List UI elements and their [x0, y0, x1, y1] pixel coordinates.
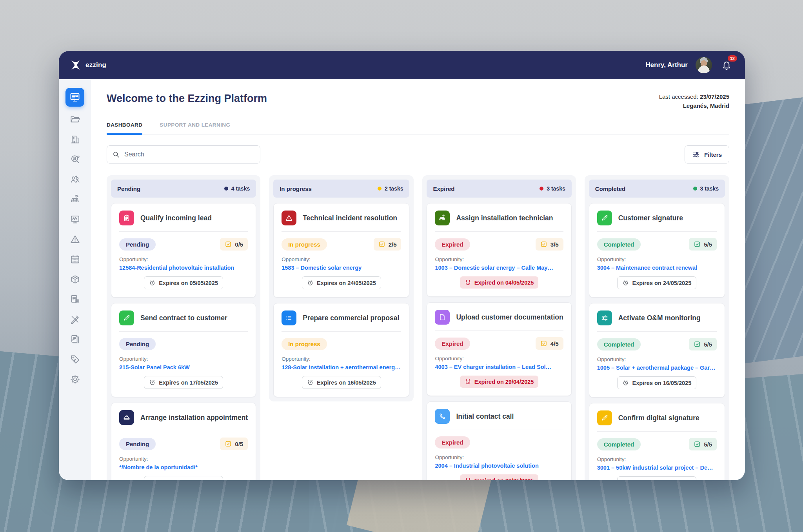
filters-button[interactable]: Filters — [685, 145, 729, 163]
search-icon — [112, 151, 120, 158]
clock-icon — [622, 280, 629, 286]
task-card[interactable]: Initial contact call Expired Opportunity… — [427, 401, 571, 480]
status-dot — [693, 187, 697, 191]
opportunity-link[interactable]: 4003 – EV charger installation – Lead So… — [435, 364, 563, 370]
column-title: In progress — [280, 185, 312, 192]
sidebar-item-folder[interactable] — [67, 112, 83, 127]
sidebar-item-calendar[interactable] — [67, 252, 83, 267]
sidebar-item-settings[interactable] — [67, 372, 83, 387]
opportunity-link[interactable]: 215-Solar Panel Pack 6kW — [119, 364, 248, 370]
opportunity-label: Opportunity: — [282, 256, 401, 262]
opportunity-link[interactable]: 3001 – 50kW industrial solar project – D… — [597, 465, 717, 471]
status-badge: Pending — [119, 238, 156, 251]
pen-icon — [597, 211, 612, 225]
tab-dashboard[interactable]: DASHBOARD — [107, 122, 142, 135]
top-navigation-bar: ezzing Henry, Arthur 12 — [59, 51, 745, 79]
filters-label: Filters — [704, 151, 722, 158]
opportunity-link[interactable]: 1005 – Solar + aerothermal package – Gar… — [597, 365, 717, 371]
sidebar-item-lead-search[interactable] — [67, 152, 83, 167]
task-card[interactable]: Activate O&M monitoring Completed 5/5 Op… — [589, 303, 725, 398]
sliders-icon — [597, 310, 612, 325]
main-content: Welcome to the Ezzing Platform Last acce… — [91, 79, 745, 480]
board-column-expired: Expired 3 tasks Assign installation tech… — [422, 175, 576, 480]
task-card[interactable]: Arrange installation appointment Pending… — [111, 403, 256, 480]
last-accessed-date: 23/07/2025 — [700, 93, 729, 100]
opportunity-link[interactable]: 2004 – Industrial photovoltaic solution — [435, 463, 563, 469]
sidebar-item-products[interactable] — [67, 272, 83, 287]
task-title: Send contract to customer — [140, 314, 227, 322]
column-title: Completed — [595, 185, 626, 192]
subtask-counter: 0/5 — [220, 238, 248, 251]
task-title: Assign installation technician — [456, 214, 553, 222]
subtask-counter: 4/5 — [536, 337, 563, 350]
opportunity-label: Opportunity: — [435, 256, 563, 262]
last-accessed-label: Last accessed: — [659, 93, 698, 100]
building-icon — [70, 134, 80, 145]
sidebar-item-monitoring[interactable] — [67, 212, 83, 227]
sidebar-item-incidents[interactable] — [67, 232, 83, 247]
subtask-counter: 2/5 — [374, 238, 402, 251]
search-input[interactable] — [107, 145, 260, 163]
status-badge: Completed — [597, 338, 641, 350]
task-card[interactable]: Confirm digital signature Completed 5/5 … — [589, 403, 725, 480]
status-badge: Expired — [435, 338, 470, 350]
clipboard-icon — [119, 211, 134, 225]
board-column-pending: Pending 4 tasks Qualify incoming lead Pe… — [107, 175, 260, 480]
checkbox-icon — [540, 241, 547, 248]
sidebar-item-building[interactable] — [67, 132, 83, 147]
opportunity-label: Opportunity: — [435, 454, 563, 460]
avatar[interactable] — [696, 57, 712, 73]
expired-chip: Expired on 03/05/2025 — [460, 474, 539, 480]
notifications-button[interactable]: 12 — [720, 58, 733, 72]
column-task-count: 2 tasks — [378, 185, 403, 192]
tab-bar: DASHBOARD SUPPORT AND LEARNING — [107, 122, 729, 134]
sidebar-item-design-tools[interactable] — [67, 312, 83, 327]
task-card[interactable]: Prepare commercial proposal In progress … — [273, 303, 409, 397]
checkbox-icon — [694, 441, 701, 448]
expiry-chip: Expires on 17/05/2025 — [617, 476, 696, 480]
invoices-icon — [70, 294, 80, 305]
opportunity-link[interactable]: 1003 – Domestic solar energy – Calle May… — [435, 265, 563, 271]
column-header: Pending 4 tasks — [111, 180, 256, 198]
sidebar-item-invoices[interactable] — [67, 292, 83, 307]
clock-icon — [622, 479, 629, 480]
sidebar-item-customers[interactable] — [67, 172, 83, 187]
status-dot — [540, 187, 543, 191]
sidebar-item-pricing[interactable] — [67, 352, 83, 367]
sidebar-item-contracts[interactable] — [67, 332, 83, 347]
opportunity-link[interactable]: 1583 – Domestic solar energy — [282, 265, 401, 271]
clock-icon — [307, 280, 314, 286]
list-icon — [282, 310, 296, 325]
expiry-chip: Expires on 24/05/2025 — [617, 276, 696, 289]
checkbox-icon — [225, 241, 232, 248]
task-card[interactable]: Assign installation technician Expired 3… — [427, 203, 571, 297]
dashboard-icon — [69, 92, 80, 103]
opportunity-link[interactable]: 3004 – Maintenance contract renewal — [597, 265, 717, 271]
design-tools-icon — [70, 314, 80, 325]
task-card[interactable]: Upload customer documentation Expired 4/… — [427, 302, 571, 396]
expiry-chip: Expires on 17/05/2025 — [144, 376, 223, 389]
column-title: Expired — [433, 185, 454, 192]
opportunity-link[interactable]: 12584-Residential photovoltaic installat… — [119, 265, 248, 271]
task-card[interactable]: Send contract to customer Pending Opport… — [111, 303, 256, 397]
opportunity-link[interactable]: 128-Solar installation + aerothermal ene… — [282, 364, 401, 370]
task-title: Activate O&M monitoring — [618, 314, 701, 322]
column-header: Expired 3 tasks — [427, 180, 571, 198]
status-badge: Completed — [597, 238, 641, 251]
pen-icon — [119, 310, 134, 325]
task-card[interactable]: Qualify incoming lead Pending 0/5 Opport… — [111, 203, 256, 298]
document-icon — [435, 310, 450, 325]
sidebar-item-dashboard[interactable] — [65, 88, 84, 107]
settings-gear-icon — [70, 374, 80, 385]
tab-support-and-learning[interactable]: SUPPORT AND LEARNING — [160, 122, 230, 135]
user-name[interactable]: Henry, Arthur — [645, 61, 688, 69]
pricing-tag-icon — [70, 354, 80, 365]
opportunity-link[interactable]: */Nombre de la oportunidad/* — [119, 464, 248, 470]
task-card[interactable]: Customer signature Completed 5/5 Opportu… — [589, 203, 725, 298]
clock-icon — [465, 279, 471, 286]
sidebar-item-solar-plant[interactable] — [67, 192, 83, 207]
task-card[interactable]: Technical incident resolution In progres… — [273, 203, 409, 298]
phone-icon — [435, 409, 450, 424]
ezzing-logo-icon — [69, 58, 82, 72]
task-title: Technical incident resolution — [303, 214, 397, 222]
